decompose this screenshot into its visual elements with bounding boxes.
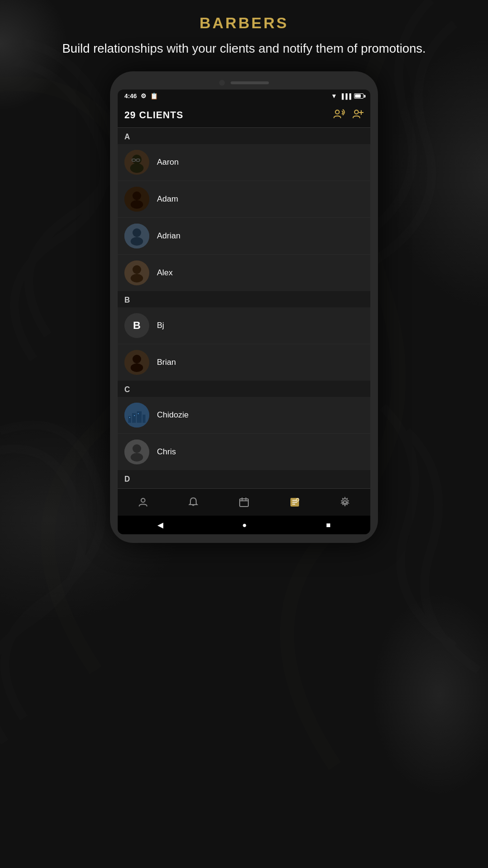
phone-mockup: 4:46 ⚙ 📋 ▼ ▐▐▐ 29 CLIENTS: [110, 71, 378, 543]
client-name: Alex: [157, 268, 173, 278]
avatar: [124, 403, 149, 428]
android-recent-button[interactable]: ■: [326, 521, 331, 530]
svg-rect-24: [132, 413, 136, 423]
nav-item-clients[interactable]: [284, 495, 305, 510]
nav-item-notifications[interactable]: [183, 495, 204, 510]
svg-point-6: [130, 163, 144, 173]
add-user-icon[interactable]: [352, 108, 364, 122]
list-item[interactable]: Alex: [118, 255, 370, 291]
section-group-b: B Bj Brian: [118, 307, 370, 381]
android-nav: ◀ ● ■: [118, 516, 370, 534]
svg-rect-25: [137, 411, 142, 423]
svg-point-0: [335, 110, 339, 114]
svg-point-21: [131, 363, 143, 372]
client-name: Adrian: [157, 231, 180, 241]
svg-point-31: [133, 444, 141, 453]
section-group-c: Chidozie Chris: [118, 397, 370, 470]
svg-rect-34: [240, 499, 248, 507]
svg-rect-29: [138, 413, 139, 414]
signal-icon: ▐▐▐: [340, 93, 351, 99]
app-header: 29 CLIENTS: [118, 102, 370, 128]
avatar: [124, 350, 149, 375]
nav-item-profile[interactable]: [133, 495, 154, 510]
svg-point-32: [131, 453, 143, 462]
svg-rect-28: [134, 415, 135, 416]
svg-point-18: [131, 274, 143, 282]
section-header-a: A: [118, 128, 370, 144]
phone-speaker: [231, 81, 269, 84]
avatar: B: [124, 313, 149, 338]
avatar: [124, 187, 149, 212]
list-item[interactable]: Chidozie: [118, 397, 370, 434]
svg-point-12: [131, 200, 143, 209]
phone-camera: [219, 80, 225, 86]
settings-icon: ⚙: [141, 92, 146, 100]
client-name: Adam: [157, 194, 178, 204]
svg-point-1: [355, 110, 358, 114]
android-back-button[interactable]: ◀: [157, 520, 163, 530]
status-bar: 4:46 ⚙ 📋 ▼ ▐▐▐: [118, 90, 370, 102]
section-header-c: C: [118, 381, 370, 397]
list-item[interactable]: Adam: [118, 181, 370, 218]
page-title: BARBERS: [200, 14, 288, 32]
android-home-button[interactable]: ●: [242, 521, 247, 530]
broadcast-users-icon[interactable]: [333, 108, 345, 122]
svg-rect-26: [143, 415, 145, 423]
svg-point-11: [133, 192, 141, 200]
avatar: [124, 440, 149, 464]
avatar: [124, 260, 149, 285]
svg-point-15: [131, 237, 143, 246]
client-list: A: [118, 128, 370, 488]
nav-item-settings[interactable]: [334, 495, 355, 510]
bottom-nav: [118, 488, 370, 516]
status-time: 4:46: [124, 92, 137, 100]
nav-item-calendar[interactable]: [233, 495, 255, 510]
section-header-d: D: [118, 470, 370, 488]
client-name: Chidozie: [157, 410, 189, 420]
section-header-b: B: [118, 291, 370, 307]
avatar: [124, 224, 149, 248]
clients-count-title: 29 CLIENTS: [124, 110, 183, 121]
client-name: Aaron: [157, 158, 178, 167]
svg-point-17: [133, 265, 141, 274]
svg-point-20: [133, 355, 141, 363]
phone-top: [118, 80, 370, 86]
client-name: Chris: [157, 447, 176, 457]
svg-point-33: [141, 498, 145, 502]
phone-screen: 4:46 ⚙ 📋 ▼ ▐▐▐ 29 CLIENTS: [118, 90, 370, 534]
clipboard-icon: 📋: [150, 92, 158, 100]
section-group-a: Aaron Adam: [118, 144, 370, 291]
svg-point-43: [344, 501, 346, 504]
avatar: [124, 150, 149, 175]
list-item[interactable]: Chris: [118, 434, 370, 470]
svg-point-14: [133, 228, 141, 237]
status-left: 4:46 ⚙ 📋: [124, 92, 158, 100]
list-item[interactable]: Brian: [118, 344, 370, 381]
client-name: Brian: [157, 358, 176, 367]
wifi-icon: ▼: [331, 92, 337, 100]
list-item[interactable]: B Bj: [118, 307, 370, 344]
svg-point-42: [296, 498, 299, 501]
page-subtitle: Build relationships with your clients an…: [33, 40, 455, 57]
list-item[interactable]: Adrian: [118, 218, 370, 255]
client-name: Bj: [157, 321, 164, 330]
battery-icon: [354, 93, 364, 99]
list-item[interactable]: Aaron: [118, 144, 370, 181]
status-right: ▼ ▐▐▐: [331, 92, 364, 100]
header-icons: [333, 108, 364, 122]
svg-rect-27: [129, 417, 130, 418]
